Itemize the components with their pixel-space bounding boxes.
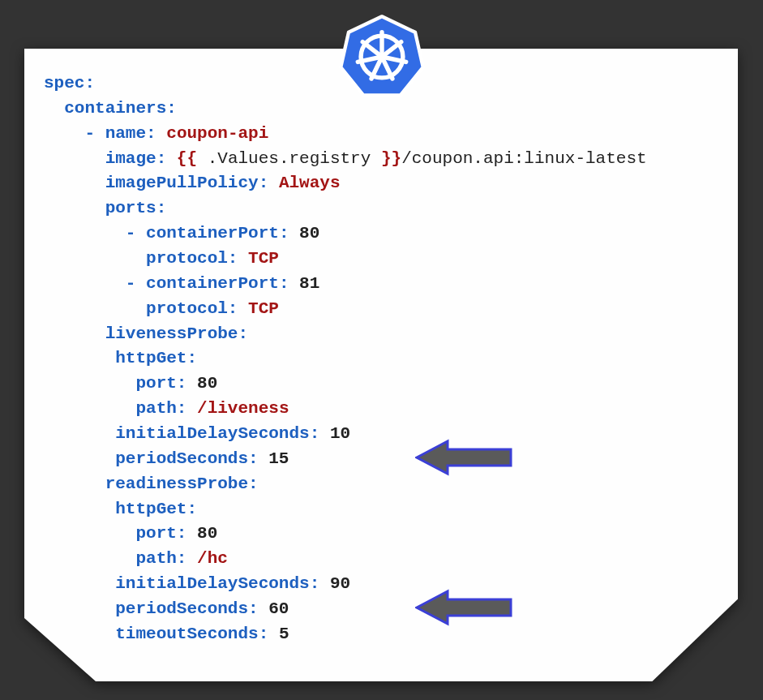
key-containerport-1: containerPort [146, 224, 279, 243]
key-httpget-2: httpGet [115, 500, 186, 518]
key-containers: containers [64, 99, 166, 118]
key-port-ready: port [135, 524, 176, 543]
val-imagepullpolicy: Always [279, 174, 341, 192]
val-initdelay-live: 10 [330, 424, 350, 443]
key-timeout-ready: timeoutSeconds [115, 625, 258, 643]
key-port-live: port [135, 374, 176, 393]
key-livenessprobe: livenessProbe [105, 324, 238, 343]
annotation-arrow-hc [415, 588, 512, 627]
key-initdelay-ready: initialDelaySeconds [115, 574, 309, 593]
key-period-live: periodSeconds [115, 449, 248, 468]
key-spec: spec [44, 74, 84, 92]
key-imagepullpolicy: imagePullPolicy [105, 174, 259, 192]
key-path-ready: path [135, 549, 176, 568]
yaml-code-block: spec: containers: - name: coupon-api ima… [44, 71, 718, 647]
key-containerport-2: containerPort [146, 274, 279, 293]
key-ports: ports [105, 199, 156, 217]
val-path-hc: /hc [197, 549, 228, 568]
key-period-ready: periodSeconds [115, 599, 248, 618]
svg-marker-10 [417, 441, 511, 474]
val-port-ready: 80 [197, 524, 217, 543]
key-protocol-2: protocol [146, 299, 228, 318]
val-port-80: 80 [299, 224, 319, 243]
slide-stage: spec: containers: - name: coupon-api ima… [0, 0, 763, 700]
svg-marker-11 [417, 591, 511, 624]
val-image-suffix: /coupon.api:linux-latest [401, 149, 646, 168]
key-httpget-1: httpGet [115, 349, 186, 367]
val-name: coupon-api [166, 124, 268, 143]
val-timeout-ready: 5 [279, 625, 289, 643]
val-protocol-2: TCP [248, 299, 279, 318]
key-protocol-1: protocol [146, 249, 228, 268]
key-initdelay-live: initialDelaySeconds [115, 424, 309, 443]
key-image: image [105, 149, 156, 168]
val-port-live: 80 [197, 374, 217, 393]
val-image-open: {{ [177, 149, 197, 168]
annotation-arrow-liveness [415, 438, 512, 477]
val-period-live: 15 [268, 449, 289, 468]
key-path-live: path [135, 399, 176, 418]
val-port-81: 81 [299, 274, 319, 293]
code-card: spec: containers: - name: coupon-api ima… [24, 49, 738, 681]
key-name: name [105, 124, 146, 143]
val-period-ready: 60 [268, 599, 289, 618]
val-image-close: }} [381, 149, 401, 168]
val-initdelay-ready: 90 [330, 574, 350, 593]
val-path-liveness: /liveness [197, 399, 289, 418]
key-readinessprobe: readinessProbe [105, 475, 248, 493]
val-protocol-1: TCP [248, 249, 279, 268]
kubernetes-logo-icon [338, 13, 426, 101]
code-card-container: spec: containers: - name: coupon-api ima… [24, 49, 738, 681]
